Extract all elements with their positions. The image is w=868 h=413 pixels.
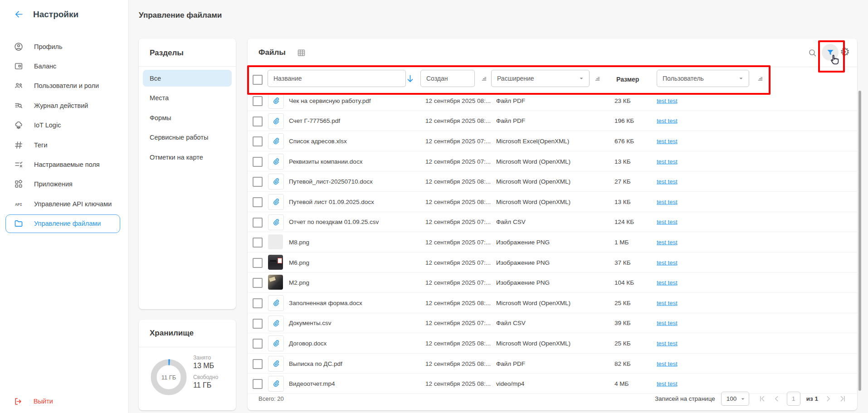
row-checkbox[interactable] (253, 197, 263, 207)
page-title: Управление файлами (139, 11, 222, 20)
prev-page-icon[interactable] (772, 394, 781, 403)
users-icon (14, 81, 24, 91)
user-filter-select[interactable]: Пользователь (657, 70, 749, 87)
storage-free-caption: Свободно (193, 374, 218, 380)
file-thumbnail (268, 234, 283, 249)
storage-total-label: 11 ГБ (161, 374, 176, 381)
file-user-link[interactable]: test test (657, 320, 678, 326)
file-extension: Изображение PNG (496, 238, 550, 245)
sidebar-item-balance[interactable]: Баланс (0, 56, 128, 76)
file-thumbnail (268, 255, 283, 270)
file-user-link[interactable]: test test (657, 198, 678, 205)
file-user-link[interactable]: test test (657, 238, 678, 245)
sidebar-item-label: Теги (34, 141, 48, 149)
row-checkbox[interactable] (253, 238, 263, 248)
row-checkbox[interactable] (253, 258, 263, 268)
paperclip-icon (268, 154, 284, 170)
file-user-link[interactable]: test test (657, 259, 678, 266)
file-user-link[interactable]: test test (657, 380, 678, 387)
row-checkbox[interactable] (253, 177, 263, 187)
file-user-link[interactable]: test test (657, 178, 678, 185)
row-checkbox[interactable] (253, 319, 263, 329)
file-row: Список адресов.xlsx 12 сентября 2025 07:… (248, 131, 857, 151)
row-checkbox[interactable] (253, 218, 263, 228)
logout-button[interactable]: Выйти (14, 393, 53, 409)
sort-desc-icon[interactable] (405, 73, 415, 84)
sidebar-item-file-management[interactable]: Управление файлами (0, 214, 128, 233)
sidebar-item-api-keys[interactable]: API Управление API ключами (0, 194, 128, 214)
file-created: 12 сентября 2025 07:... (425, 259, 491, 266)
file-user-link[interactable]: test test (657, 137, 678, 144)
file-user-link[interactable]: test test (657, 117, 678, 124)
row-checkbox[interactable] (253, 136, 263, 146)
file-user-link[interactable]: test test (657, 340, 678, 346)
created-filter-input[interactable] (420, 70, 475, 87)
paperclip-icon (268, 93, 284, 109)
storage-card: Хранилище 11 ГБ Занято 13 МБ Свободно 11… (139, 320, 236, 410)
row-checkbox[interactable] (253, 359, 263, 369)
file-user-link[interactable]: test test (657, 158, 678, 165)
sidebar-item-profile[interactable]: Профиль (0, 37, 128, 56)
extension-filter-select[interactable]: Расширение (491, 70, 590, 87)
sidebar-item-label: IoT Logic (34, 121, 61, 129)
file-user-link[interactable]: test test (657, 279, 678, 286)
size-column-header: Размер (616, 76, 639, 83)
sidebar-item-tags[interactable]: Теги (0, 135, 128, 155)
file-user-link[interactable]: test test (657, 97, 678, 104)
sidebar-item-label: Пользователи и роли (34, 82, 99, 89)
file-row: Документы.csv 12 сентября 2025 07:... Фа… (248, 313, 857, 334)
section-item-все[interactable]: Все (143, 70, 232, 87)
column-filter-icon[interactable] (593, 75, 601, 83)
column-filter-icon[interactable] (479, 75, 488, 83)
sidebar-item-action-log[interactable]: Журнал действий (0, 96, 128, 115)
table-grid-icon[interactable] (297, 48, 306, 58)
paperclip-icon (268, 295, 284, 311)
row-checkbox[interactable] (253, 157, 263, 167)
section-item-сервисные-работы[interactable]: Сервисные работы (143, 129, 232, 146)
row-checkbox[interactable] (253, 117, 263, 126)
file-name: Список адресов.xlsx (289, 137, 347, 144)
section-item-отметки-на-карте[interactable]: Отметки на карте (143, 149, 232, 165)
sidebar-item-iot-logic[interactable]: IoT Logic (0, 116, 128, 135)
section-item-места[interactable]: Места (143, 90, 232, 107)
files-title: Файлы (258, 48, 286, 57)
file-extension: Файл CSV (496, 320, 526, 326)
api-icon: API (14, 199, 24, 209)
file-name: Путевой лист 01.09.2025.docx (289, 198, 374, 205)
file-row: M2.png 12 сентября 2025 07:... Изображен… (248, 272, 857, 293)
sidebar-item-custom-fields[interactable]: Настраиваемые поля (0, 155, 128, 174)
back-arrow-icon[interactable] (14, 9, 24, 19)
page-count-label: из 1 (806, 395, 818, 402)
file-name: Заполненная форма.docx (289, 299, 362, 306)
sidebar-item-label: Профиль (34, 43, 63, 50)
select-all-checkbox[interactable] (253, 75, 263, 85)
last-page-icon[interactable] (839, 394, 847, 403)
file-user-link[interactable]: test test (657, 299, 678, 306)
storage-used-caption: Занято (193, 355, 218, 361)
storage-donut-chart: 11 ГБ (149, 358, 188, 397)
storage-used-value: 13 МБ (193, 362, 218, 370)
name-filter-input[interactable] (268, 70, 406, 87)
file-created: 12 сентября 2025 08:... (425, 198, 491, 205)
sidebar-item-users-roles[interactable]: Пользователи и роли (0, 76, 128, 96)
next-page-icon[interactable] (824, 394, 833, 403)
row-checkbox[interactable] (253, 339, 263, 349)
file-size: 13 КБ (614, 158, 631, 165)
per-page-select[interactable]: 100 (721, 392, 749, 406)
paperclip-icon (268, 113, 284, 129)
column-filter-icon[interactable] (756, 75, 764, 83)
scrollbar-thumb[interactable] (858, 91, 861, 391)
page-number-input[interactable]: 1 (787, 392, 800, 406)
first-page-icon[interactable] (758, 394, 766, 403)
sidebar-item-applications[interactable]: Приложения (0, 175, 128, 194)
row-checkbox[interactable] (253, 278, 263, 288)
row-checkbox[interactable] (253, 96, 263, 106)
section-item-label: Места (150, 94, 169, 102)
search-icon[interactable] (808, 48, 817, 58)
file-user-link[interactable]: test test (657, 219, 678, 225)
chevron-down-icon (739, 395, 747, 403)
file-user-link[interactable]: test test (657, 360, 678, 367)
section-item-формы[interactable]: Формы (143, 109, 232, 126)
row-checkbox[interactable] (253, 298, 263, 308)
file-created: 12 сентября 2025 07:... (425, 279, 491, 286)
